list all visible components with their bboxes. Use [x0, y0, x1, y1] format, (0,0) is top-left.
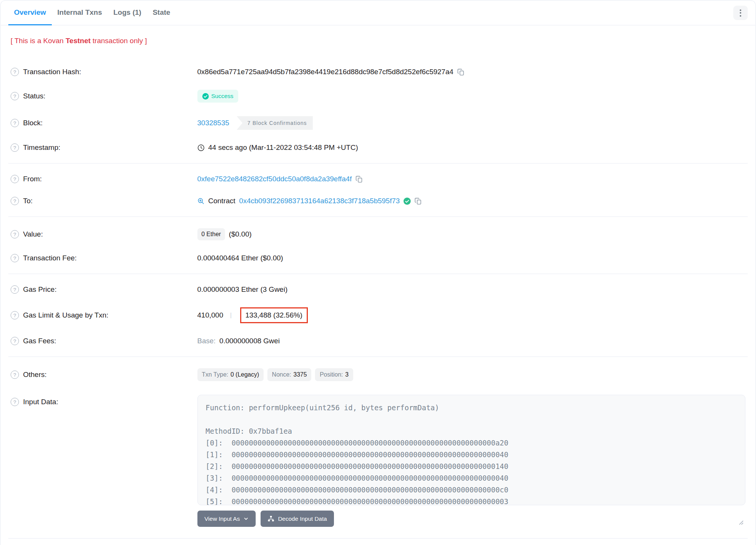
block-confirmations-badge: 7 Block Confirmations	[237, 116, 313, 130]
nonce-badge: Nonce:3375	[267, 368, 311, 381]
contract-prefix: Contract	[208, 197, 236, 205]
base-fee-label: Base:	[197, 337, 216, 345]
ether-value-badge: 0 Ether	[197, 228, 225, 240]
block-number-link[interactable]: 30328535	[197, 119, 230, 127]
row-value: ?Value: 0 Ether ($0.00)	[11, 221, 745, 247]
divider	[8, 163, 748, 164]
help-icon[interactable]: ?	[11, 230, 19, 238]
row-input-data: ?Input Data: Function: performUpkeep(uin…	[11, 388, 745, 534]
help-icon[interactable]: ?	[11, 143, 19, 152]
gas-used-value: 133,488 (32.56%)	[245, 311, 303, 319]
to-address-link[interactable]: 0x4cb093f226983713164a62138c3f718a5b595f…	[239, 197, 400, 205]
tab-internal-txns[interactable]: Internal Txns	[52, 1, 108, 25]
copy-from-button[interactable]	[355, 176, 363, 183]
row-block: ?Block: 30328535 7 Block Confirmations	[11, 109, 745, 137]
row-from: ?From: 0xfee7522e8482682cf50ddc50a0f8da2…	[11, 168, 745, 190]
help-icon[interactable]: ?	[11, 197, 19, 205]
divider	[8, 274, 748, 274]
tab-state[interactable]: State	[147, 1, 176, 25]
row-label: Transaction Hash:	[23, 68, 81, 76]
help-icon[interactable]: ?	[11, 311, 19, 319]
help-icon[interactable]: ?	[11, 92, 19, 100]
kebab-icon	[740, 9, 741, 11]
copy-icon	[457, 69, 464, 76]
divider	[8, 357, 748, 357]
tab-bar: Overview Internal Txns Logs (1) State	[1, 1, 755, 25]
row-to: ?To: Contract 0x4cb093f226983713164a6213…	[11, 190, 745, 212]
help-icon[interactable]: ?	[11, 285, 19, 294]
position-badge: Position:3	[315, 368, 353, 381]
usd-value: ($0.00)	[229, 230, 251, 238]
divider	[8, 216, 748, 217]
tab-logs[interactable]: Logs (1)	[108, 1, 147, 25]
row-gas-limit-usage: ?Gas Limit & Usage by Txn: 410,000 | 133…	[11, 301, 745, 330]
row-gas-price: ?Gas Price: 0.000000003 Ether (3 Gwei)	[11, 279, 745, 301]
help-icon[interactable]: ?	[11, 254, 19, 262]
help-icon[interactable]: ?	[11, 68, 19, 76]
txn-type-badge: Txn Type:0 (Legacy)	[197, 368, 264, 381]
view-input-as-button[interactable]: View Input As	[197, 511, 256, 527]
help-icon[interactable]: ?	[11, 175, 19, 183]
help-icon[interactable]: ?	[11, 371, 19, 379]
base-fee-value: 0.000000008 Gwei	[219, 337, 280, 345]
copy-to-button[interactable]	[414, 198, 422, 205]
transaction-fee-value: 0.000400464 Ether ($0.00)	[197, 254, 283, 262]
overview-panel: [ This is a Kovan Testnet transaction on…	[1, 25, 755, 545]
clock-icon	[197, 144, 205, 151]
decode-sitemap-icon	[268, 515, 274, 522]
help-icon[interactable]: ?	[11, 337, 19, 345]
copy-hash-button[interactable]	[457, 69, 464, 76]
resize-grip[interactable]	[739, 520, 744, 525]
separator: |	[230, 311, 231, 319]
from-address-link[interactable]: 0xfee7522e8482682cf50ddc50a0f8da2a39effa…	[197, 175, 352, 183]
row-status: ?Status: Success	[11, 83, 745, 109]
gas-price-value: 0.000000003 Ether (3 Gwei)	[197, 285, 288, 294]
help-icon[interactable]: ?	[11, 398, 19, 406]
help-icon[interactable]: ?	[11, 119, 19, 127]
row-gas-fees: ?Gas Fees: Base: 0.000000008 Gwei	[11, 330, 745, 352]
gas-limit-value: 410,000	[197, 311, 224, 319]
zoom-in-contract-button[interactable]	[197, 198, 205, 205]
row-others: ?Others: Txn Type:0 (Legacy) Nonce:3375 …	[11, 361, 745, 388]
copy-icon	[355, 176, 363, 183]
tab-overview[interactable]: Overview	[8, 1, 52, 25]
chevron-down-icon	[244, 516, 248, 521]
row-timestamp: ?Timestamp: 44 secs ago (Mar-11-2022 03:…	[11, 137, 745, 159]
verified-check-icon	[404, 198, 411, 205]
row-transaction-hash: ? Transaction Hash: 0x86ed5a771e725aa94d…	[11, 61, 745, 83]
divider	[8, 538, 748, 539]
success-check-icon	[202, 93, 209, 100]
copy-icon	[414, 198, 422, 205]
timestamp-value: 44 secs ago (Mar-11-2022 03:54:48 PM +UT…	[208, 143, 358, 152]
transaction-overview-card: Overview Internal Txns Logs (1) State [ …	[0, 0, 756, 545]
row-transaction-fee: ?Transaction Fee: 0.000400464 Ether ($0.…	[11, 247, 745, 269]
transaction-hash-value: 0x86ed5a771e725aa94d5b7fa2398e4419e216d8…	[197, 68, 453, 76]
highlight-box: 133,488 (32.56%)	[240, 307, 308, 323]
zoom-in-icon	[197, 198, 205, 205]
kebab-menu-button[interactable]	[733, 6, 748, 20]
input-data-textarea[interactable]: Function: performUpkeep(uint256 id, byte…	[197, 395, 745, 505]
testnet-notice: [ This is a Kovan Testnet transaction on…	[11, 25, 745, 51]
decode-input-data-button[interactable]: Decode Input Data	[261, 511, 334, 527]
status-badge: Success	[197, 90, 239, 103]
